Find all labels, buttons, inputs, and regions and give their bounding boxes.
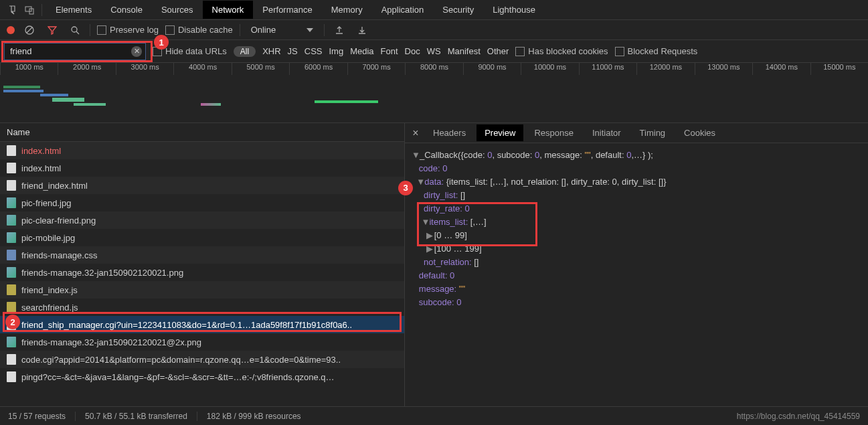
request-row[interactable]: friend_index.html (0, 177, 404, 194)
file-icon (7, 232, 16, 243)
request-name: friends-manage.32-jan150902120021.png (21, 268, 183, 278)
dtab-cookies[interactable]: Cookies (676, 124, 723, 141)
close-detail-icon[interactable]: × (409, 127, 422, 139)
tree-row[interactable]: ▼data: {items_list: [,…], not_relation: … (412, 175, 861, 189)
divider (90, 24, 90, 36)
divider (324, 24, 325, 36)
timeline-bar (40, 94, 68, 96)
device-toggle-icon[interactable] (21, 2, 37, 18)
tree-row[interactable]: ▼▼ _Callback({code: 0, subcode: 0, messa… (412, 149, 861, 162)
request-row[interactable]: pingd?cc=-&ct=-&java=1&lang=-&pf=-&scl=-… (0, 368, 404, 386)
tab-sources[interactable]: Sources (152, 1, 203, 19)
name-column-header[interactable]: Name (0, 123, 404, 142)
request-row[interactable]: pic-mobile.jpg (0, 229, 404, 246)
request-name: friends-manage.32-jan150902120021@2x.png (21, 337, 201, 347)
tree-row[interactable]: ▼items_list: [,…] (412, 216, 861, 229)
blocked-requests-checkbox[interactable]: Blocked Requests (615, 46, 698, 56)
tree-row[interactable]: default: 0 (412, 269, 861, 282)
tab-application[interactable]: Application (372, 1, 434, 19)
preserve-log-checkbox[interactable]: Preserve log (97, 25, 159, 35)
type-other[interactable]: Other (487, 46, 509, 56)
timeline-bar (52, 98, 84, 102)
file-icon (7, 163, 16, 173)
type-all[interactable]: All (234, 46, 256, 57)
request-row[interactable]: friend_index.js (0, 281, 404, 299)
tree-row[interactable]: dirty_rate: 0 (412, 202, 861, 216)
disable-cache-checkbox[interactable]: Disable cache (165, 25, 233, 35)
dtab-response[interactable]: Response (526, 124, 582, 141)
tab-security[interactable]: Security (433, 1, 483, 19)
type-manifest[interactable]: Manifest (448, 46, 481, 56)
devtools-tabs: Elements Console Sources Network Perform… (0, 0, 868, 20)
tab-performance[interactable]: Performance (253, 1, 321, 19)
request-name: friend_index.js (21, 285, 78, 295)
request-row[interactable]: pic-clear-friend.png (0, 211, 404, 229)
tab-network[interactable]: Network (203, 1, 254, 19)
search-icon[interactable] (67, 22, 83, 38)
dtab-headers[interactable]: Headers (425, 124, 474, 141)
type-js[interactable]: JS (288, 46, 298, 56)
timeline-bar (3, 86, 40, 88)
request-name: friends-manage.css (21, 250, 97, 260)
upload-icon[interactable] (331, 22, 347, 38)
request-row[interactable]: searchfriend.js (0, 299, 404, 316)
type-doc[interactable]: Doc (405, 46, 420, 56)
tab-lighthouse[interactable]: Lighthouse (483, 1, 545, 19)
tree-row[interactable]: subcode: 0 (412, 296, 861, 309)
type-ws[interactable]: WS (427, 46, 441, 56)
tab-console[interactable]: Console (101, 1, 152, 19)
detail-pane: × Headers Preview Response Initiator Tim… (405, 123, 868, 406)
watermark: https://blog.csdn.net/qq_45414559 (737, 412, 860, 421)
request-name: code.cgi?appid=20141&platform=pc&domain=… (21, 355, 341, 365)
timeline-bar (3, 90, 44, 92)
tree-row[interactable]: not_relation: [] (412, 256, 861, 269)
filter-input[interactable] (4, 43, 146, 60)
throttling-select[interactable]: Online (247, 25, 318, 35)
timeline[interactable]: 1000 ms 2000 ms 3000 ms 4000 ms 5000 ms … (0, 63, 868, 123)
preserve-log-label: Preserve log (110, 25, 159, 35)
preview-content[interactable]: 3 ▼▼ _Callback({code: 0, subcode: 0, mes… (405, 143, 868, 406)
clear-filter-icon[interactable]: ✕ (131, 46, 142, 57)
download-icon[interactable] (354, 22, 370, 38)
dtab-preview[interactable]: Preview (476, 124, 523, 141)
request-name: pic-mobile.jpg (21, 233, 75, 243)
dtab-initiator[interactable]: Initiator (584, 124, 629, 141)
tree-row[interactable]: ▶[100 … 199] (412, 242, 861, 256)
dtab-timing[interactable]: Timing (632, 124, 674, 141)
request-row[interactable]: friends-manage.32-jan150902120021@2x.png (0, 333, 404, 351)
tab-memory[interactable]: Memory (322, 1, 372, 19)
file-icon (7, 267, 16, 278)
request-name: index.html (21, 146, 61, 156)
request-name: friend_index.html (21, 181, 88, 191)
tab-elements[interactable]: Elements (46, 1, 101, 19)
request-row[interactable]: code.cgi?appid=20141&platform=pc&domain=… (0, 351, 404, 368)
request-row[interactable]: index.html (0, 159, 404, 177)
type-xhr[interactable]: XHR (262, 46, 280, 56)
callout-1: 1 (154, 35, 169, 50)
timeline-bar (201, 103, 221, 106)
type-media[interactable]: Media (350, 46, 373, 56)
has-blocked-cookies-checkbox[interactable]: Has blocked cookies (515, 46, 608, 56)
request-row[interactable]: friends-manage.css (0, 246, 404, 264)
filter-icon[interactable] (44, 22, 60, 38)
timeline-bar (74, 103, 106, 106)
request-name: pingd?cc=-&ct=-&java=1&lang=-&pf=-&scl=-… (21, 372, 335, 382)
type-img[interactable]: Img (329, 46, 343, 56)
record-button[interactable] (7, 26, 15, 34)
request-name: searchfriend.js (21, 303, 78, 313)
clear-icon[interactable] (21, 22, 37, 38)
tree-row[interactable]: message: "" (412, 282, 861, 296)
type-css[interactable]: CSS (305, 46, 323, 56)
request-name: pic-clear-friend.png (21, 216, 96, 226)
tree-row[interactable]: dirty_list: [] (412, 189, 861, 202)
tree-row[interactable]: code: 0 (412, 162, 861, 175)
request-row[interactable]: friends-manage.32-jan150902120021.png (0, 264, 404, 281)
inspect-icon[interactable] (5, 2, 21, 18)
request-row[interactable]: index.html (0, 142, 404, 159)
tree-row[interactable]: ▶[0 … 99] (412, 229, 861, 242)
type-font[interactable]: Font (381, 46, 398, 56)
timeline-bar (315, 100, 378, 103)
request-row[interactable]: pic-friend.jpg (0, 194, 404, 211)
network-toolbar: Preserve log Disable cache Online (0, 20, 868, 40)
request-row[interactable]: friend_ship_manager.cgi?uin=1223411083&d… (0, 316, 404, 333)
